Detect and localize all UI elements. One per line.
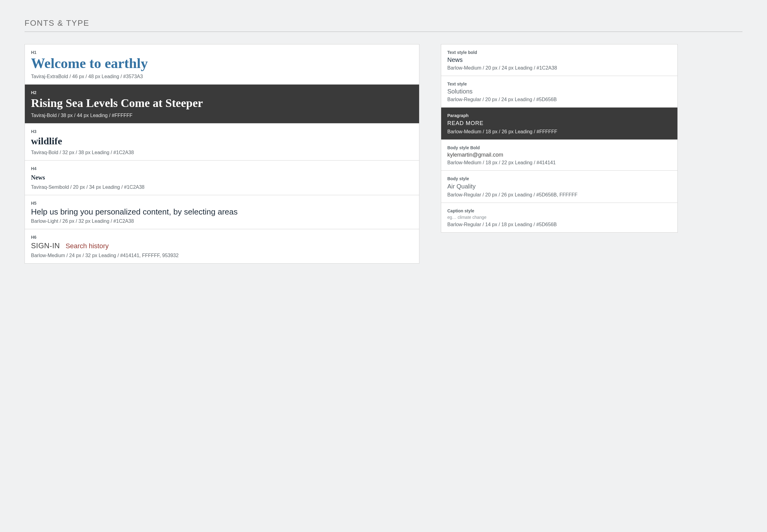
text-styles-card: Text style bold News Barlow-Medium / 20 … [441, 44, 678, 233]
h6-sample-a: SIGN-IN [31, 241, 60, 250]
h6-block: H6 SIGN-IN Search history Barlow-Medium … [25, 229, 419, 263]
h6-sample-b: Search history [66, 242, 109, 250]
page-title: FONTS & TYPE [25, 18, 742, 32]
caption-sample: eg… climate change [447, 215, 671, 220]
h1-label: H1 [31, 50, 413, 55]
h3-sample: wildlife [31, 135, 413, 147]
body-meta: Barlow-Regular / 20 px / 26 px Leading /… [447, 192, 671, 198]
paragraph-label: Paragraph [447, 113, 671, 118]
bodybold-block: Body style Bold kylemartin@gmail.com Bar… [441, 140, 677, 171]
h3-meta: Taviraq-Bold / 32 px / 38 px Leading / #… [31, 150, 413, 155]
h6-label: H6 [31, 235, 413, 240]
h2-meta: Taviraj-Bold / 38 px / 44 px Leading / #… [31, 113, 413, 118]
h5-label: H5 [31, 201, 413, 206]
text-block: Text style Solutions Barlow-Regular / 20… [441, 76, 677, 108]
h3-block: H3 wildlife Taviraq-Bold / 32 px / 38 px… [25, 123, 419, 161]
bodybold-sample: kylemartin@gmail.com [447, 151, 671, 158]
h4-meta: Taviraq-Semibold / 20 px / 34 px Leading… [31, 184, 413, 190]
paragraph-block: Paragraph READ MORE Barlow-Medium / 18 p… [441, 108, 677, 140]
textbold-block: Text style bold News Barlow-Medium / 20 … [441, 44, 677, 76]
h2-block: H2 Rising Sea Levels Come at Steeper Tav… [25, 85, 419, 123]
textbold-meta: Barlow-Medium / 20 px / 24 px Leading / … [447, 65, 671, 71]
h4-sample: News [31, 172, 413, 183]
caption-block: Caption style eg… climate change Barlow-… [441, 203, 677, 232]
text-label: Text style [447, 82, 671, 86]
body-label: Body style [447, 176, 671, 181]
h6-meta: Barlow-Medium / 24 px / 32 px Leading / … [31, 253, 413, 258]
paragraph-sample: READ MORE [447, 119, 671, 127]
h5-sample: Help us bring you personalized content, … [31, 207, 413, 217]
h2-label: H2 [31, 90, 413, 95]
h5-block: H5 Help us bring you personalized conten… [25, 195, 419, 229]
text-sample: Solutions [447, 88, 671, 95]
body-block: Body style Air Quality Barlow-Regular / … [441, 171, 677, 203]
textbold-label: Text style bold [447, 50, 671, 55]
h1-meta: Taviraj-ExtraBold / 46 px / 48 px Leadin… [31, 74, 413, 79]
bodybold-label: Body style Bold [447, 145, 671, 150]
h1-sample: Welcome to earthly [31, 56, 413, 71]
caption-meta: Barlow-Regular / 14 px / 18 px Leading /… [447, 222, 671, 227]
text-meta: Barlow-Regular / 20 px / 24 px Leading /… [447, 97, 671, 102]
caption-label: Caption style [447, 208, 671, 213]
h2-sample: Rising Sea Levels Come at Steeper [31, 96, 413, 110]
h3-label: H3 [31, 129, 413, 134]
h6-sample: SIGN-IN Search history [31, 241, 413, 251]
columns: H1 Welcome to earthly Taviraj-ExtraBold … [25, 44, 742, 264]
textbold-sample: News [447, 56, 671, 63]
body-sample: Air Quality [447, 182, 671, 190]
bodybold-meta: Barlow-Medium / 18 px / 22 px Leading / … [447, 160, 671, 165]
h4-block: H4 News Taviraq-Semibold / 20 px / 34 px… [25, 161, 419, 195]
h4-label: H4 [31, 166, 413, 171]
h5-meta: Barlow-Light / 26 px / 32 px Leading / #… [31, 219, 413, 224]
headings-card: H1 Welcome to earthly Taviraj-ExtraBold … [25, 44, 419, 264]
paragraph-meta: Barlow-Medium / 18 px / 26 px Leading / … [447, 129, 671, 135]
h1-block: H1 Welcome to earthly Taviraj-ExtraBold … [25, 44, 419, 85]
